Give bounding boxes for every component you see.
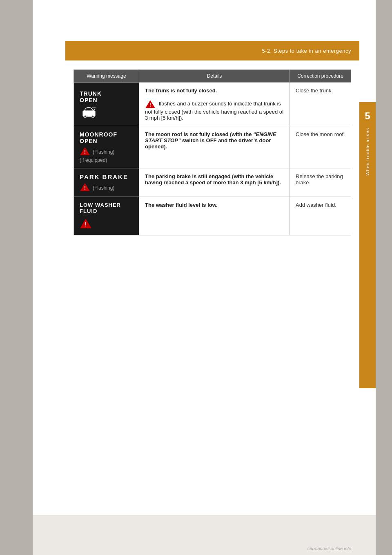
svg-text:!: ! <box>84 149 86 155</box>
details-trunk-open-cell: The trunk is not fully closed. ! flashes… <box>139 83 290 126</box>
correction-parkbrake-cell: Release the parking brake. <box>290 168 351 197</box>
correction-parkbrake-text: Release the parking brake. <box>296 173 343 186</box>
warning-triangle-icon: ! <box>145 100 156 109</box>
page-container: 5-2. Steps to take in an emergency 5 Whe… <box>0 0 392 555</box>
moonroof-flashing-label: (Flashing) <box>93 149 114 155</box>
details-washer-cell: The washer fluid level is low. <box>139 197 290 235</box>
content-area: 5-2. Steps to take in an emergency 5 Whe… <box>33 0 376 515</box>
moonroof-label: MOONROOFOPEN <box>80 131 133 144</box>
correction-washer-cell: Add washer fluid. <box>290 197 351 235</box>
warning-moonroof-cell: MOONROOFOPEN ! (Flashing) (If equipped) <box>74 126 139 168</box>
warning-trunk-open-cell: TRUNKOPEN <box>74 83 139 126</box>
side-tab-label: When trouble arises <box>365 128 370 176</box>
svg-text:!: ! <box>85 221 87 228</box>
svg-point-3 <box>91 115 94 118</box>
table-header-row: Warning message Details Correction proce… <box>74 70 351 83</box>
correction-moonroof-text: Close the moon roof. <box>296 131 345 137</box>
parkbrake-warning-icon: ! <box>80 183 90 192</box>
svg-text:!: ! <box>149 102 151 108</box>
correction-washer-text: Add washer fluid. <box>296 202 336 208</box>
correction-trunk-cell: Close the trunk. <box>290 83 351 126</box>
moonroof-warning-icon: ! <box>80 147 90 156</box>
table-row: PARK BRAKE ! (Flashing) The parking brak… <box>74 168 351 197</box>
washer-detail-bold: The washer fluid level is low. <box>145 202 218 208</box>
moonroof-equipped-label: (If equipped) <box>80 157 133 163</box>
washer-warning-icon: ! <box>80 218 92 229</box>
table-row: TRUNKOPEN <box>74 83 351 126</box>
svg-point-2 <box>84 115 87 118</box>
parkbrake-detail-bold: The parking brake is still engaged (with… <box>145 173 281 186</box>
col-warning-message: Warning message <box>74 70 139 83</box>
trunk-car-icon <box>81 106 97 118</box>
trunk-open-label1: TRUNKOPEN <box>80 90 133 103</box>
moonroof-detail-bold: The moon roof is not fully closed (with … <box>145 131 276 150</box>
table-wrapper: Warning message Details Correction proce… <box>74 69 351 466</box>
correction-trunk-text: Close the trunk. <box>296 87 333 94</box>
bg-left <box>0 0 33 555</box>
warning-table: Warning message Details Correction proce… <box>74 69 351 235</box>
trunk-detail-body: flashes and a buzzer sounds to indicate … <box>145 101 284 121</box>
parkbrake-icon-row: ! (Flashing) <box>80 183 133 192</box>
header-bar: 5-2. Steps to take in an emergency <box>65 41 359 60</box>
correction-moonroof-cell: Close the moon roof. <box>290 126 351 168</box>
table-row: MOONROOFOPEN ! (Flashing) (If equipped) <box>74 126 351 168</box>
parkbrake-flashing-label: (Flashing) <box>93 185 114 191</box>
warning-washer-cell: LOW WASHERFLUID ! <box>74 197 139 235</box>
table-row: LOW WASHERFLUID ! The washer fluid level… <box>74 197 351 235</box>
col-details: Details <box>139 70 290 83</box>
washer-label: LOW WASHERFLUID <box>80 202 133 214</box>
svg-text:!: ! <box>84 185 86 191</box>
header-title: 5-2. Steps to take in an emergency <box>262 48 351 54</box>
parkbrake-label: PARK BRAKE <box>80 173 133 180</box>
warning-parkbrake-cell: PARK BRAKE ! (Flashing) <box>74 168 139 197</box>
side-tab: 5 When trouble arises <box>359 102 376 388</box>
col-correction: Correction procedure <box>290 70 351 83</box>
footer-area: carmanualsonline.info <box>33 515 376 555</box>
trunk-detail-bold: The trunk is not fully closed. <box>145 87 217 94</box>
bg-right <box>376 0 392 555</box>
details-moonroof-cell: The moon roof is not fully closed (with … <box>139 126 290 168</box>
moonroof-icon-row: ! (Flashing) <box>80 147 133 156</box>
details-parkbrake-cell: The parking brake is still engaged (with… <box>139 168 290 197</box>
side-tab-number: 5 <box>365 110 370 122</box>
footer-watermark: carmanualsonline.info <box>307 546 351 551</box>
